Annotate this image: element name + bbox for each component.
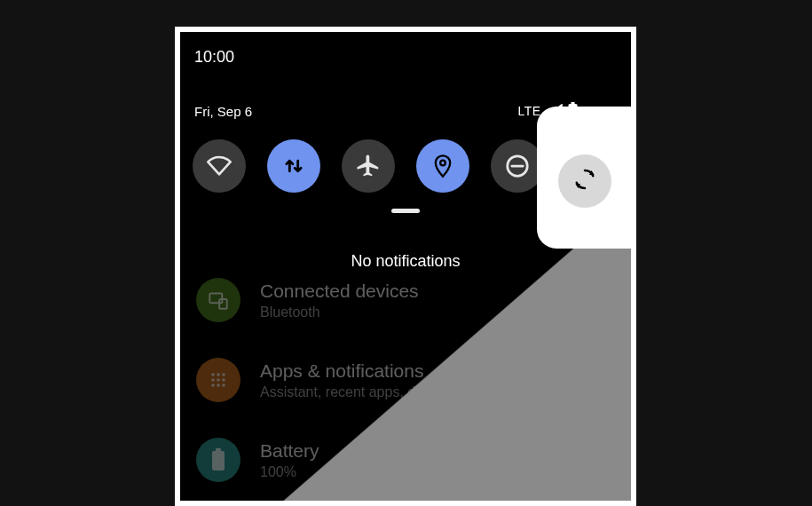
apps-icon [196,358,240,402]
settings-subtitle: Bluetooth [260,304,419,320]
qs-tile-location[interactable] [416,139,469,193]
phone-frame: 10:00 Fri, Sep 6 LTE 10 [175,27,636,506]
settings-title: Battery [260,439,319,462]
auto-rotate-icon [572,166,598,196]
svg-rect-0 [571,102,574,104]
settings-subtitle: Assistant, recent apps, default apps [260,384,485,400]
svg-point-12 [222,378,225,382]
network-type-label: LTE [517,104,540,118]
svg-point-7 [211,373,215,376]
svg-rect-17 [212,451,225,470]
airplane-icon [355,153,382,179]
svg-point-13 [211,383,215,387]
svg-point-11 [217,378,220,382]
svg-point-15 [222,383,225,387]
settings-list: Connected devices Bluetooth Apps & n [180,271,631,500]
no-notifications-label: No notifications [180,252,631,271]
settings-row-battery[interactable]: Battery 100% [196,420,615,500]
qs-tile-airplane-mode[interactable] [342,139,395,193]
svg-point-14 [217,383,220,387]
settings-title: Apps & notifications [260,360,485,382]
dnd-icon [504,153,531,179]
qs-tile-wifi[interactable] [193,139,246,193]
settings-row-apps-notifications[interactable]: Apps & notifications Assistant, recent a… [196,340,615,420]
battery-settings-icon [196,438,240,482]
svg-point-9 [222,373,225,376]
mobile-data-icon [281,154,306,178]
qs-tile-auto-rotate[interactable] [558,154,611,208]
svg-rect-6 [219,299,227,309]
wifi-icon [205,152,233,180]
svg-point-10 [211,378,215,382]
svg-rect-5 [209,293,222,303]
phone-screen: 10:00 Fri, Sep 6 LTE 10 [180,32,631,501]
location-icon [430,154,455,178]
svg-point-8 [217,373,220,376]
qs-date: Fri, Sep 6 [194,104,252,119]
status-bar: 10:00 [180,32,631,72]
svg-point-2 [440,161,445,166]
qs-tile-do-not-disturb[interactable] [491,139,544,193]
settings-subtitle: 100% [260,464,319,480]
auto-rotate-panel [537,107,631,249]
connected-devices-icon [196,278,240,322]
status-time: 10:00 [194,48,234,66]
settings-title: Connected devices [260,280,419,302]
shade-drag-handle[interactable] [391,209,420,213]
settings-row-connected-devices[interactable]: Connected devices Bluetooth [196,260,615,340]
svg-rect-16 [216,448,221,451]
qs-tile-mobile-data[interactable] [267,139,320,193]
